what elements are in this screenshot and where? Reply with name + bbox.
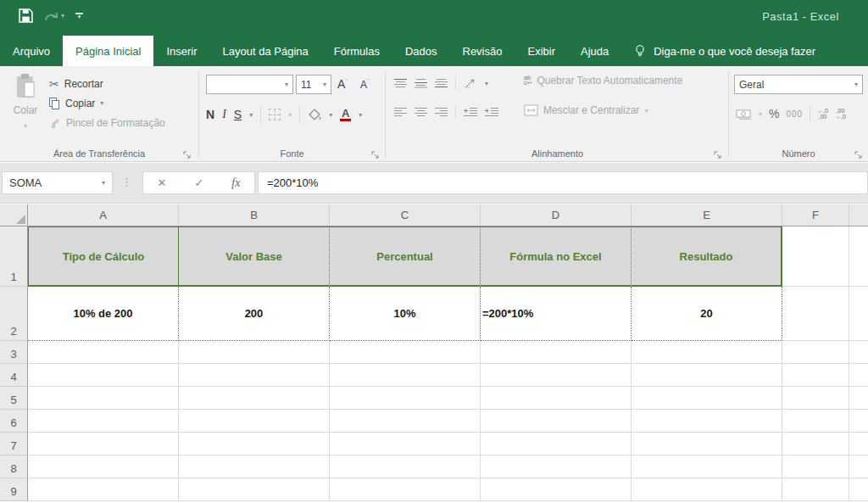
row-header-2[interactable]: 2: [0, 287, 28, 341]
column-header-E[interactable]: E: [632, 204, 782, 226]
cell-G2[interactable]: [849, 287, 868, 341]
tab-layout-da-pagina[interactable]: Layout da Página: [210, 36, 321, 66]
align-left-button[interactable]: [394, 107, 407, 117]
cell[interactable]: [782, 364, 849, 387]
redo-button[interactable]: ▾: [44, 10, 64, 22]
paste-button[interactable]: Colar ▾: [7, 73, 44, 137]
row-header-8[interactable]: 8: [0, 455, 28, 478]
row-header-1[interactable]: 1: [0, 226, 28, 287]
tab-ajuda[interactable]: Ajuda: [568, 36, 621, 66]
cell[interactable]: [179, 364, 330, 387]
cell[interactable]: [481, 341, 632, 364]
cell[interactable]: [179, 455, 330, 478]
cell[interactable]: [179, 478, 330, 501]
cell[interactable]: [28, 478, 179, 501]
cell[interactable]: [481, 410, 632, 433]
row-header-6[interactable]: 6: [0, 410, 28, 433]
cell[interactable]: [179, 387, 330, 410]
column-header-A[interactable]: A: [28, 204, 179, 226]
fill-color-button[interactable]: [308, 109, 321, 121]
cell[interactable]: [330, 387, 481, 410]
cell[interactable]: [849, 455, 868, 478]
decrease-decimal-button[interactable]: ,00→,0: [835, 108, 846, 120]
cell-G1[interactable]: [849, 226, 868, 287]
cell[interactable]: [481, 478, 632, 501]
decrease-indent-button[interactable]: [464, 107, 477, 117]
percent-style-button[interactable]: %: [769, 107, 779, 120]
formula-bar-resize-handle[interactable]: ⋮: [121, 176, 132, 188]
tab-inserir[interactable]: Inserir: [153, 36, 209, 66]
font-dialog-launcher[interactable]: [371, 148, 381, 158]
wrap-text-button[interactable]: abc↩ Quebrar Texto Automaticamente: [524, 75, 682, 87]
tab-formulas[interactable]: Fórmulas: [321, 36, 392, 66]
cell[interactable]: [782, 455, 849, 478]
cell[interactable]: [330, 433, 481, 455]
cell-A1[interactable]: Tipo de Cálculo: [28, 226, 179, 287]
increase-decimal-button[interactable]: ←,0,00: [817, 108, 828, 120]
number-format-dropdown-icon[interactable]: ▾: [854, 81, 858, 88]
cell[interactable]: [849, 433, 868, 455]
cell[interactable]: [28, 433, 179, 455]
currency-format-button[interactable]: [736, 109, 752, 120]
name-box[interactable]: SOMA ▾: [2, 171, 113, 194]
paste-dropdown-icon[interactable]: ▾: [24, 122, 27, 130]
cell[interactable]: [179, 433, 330, 455]
cell[interactable]: [330, 478, 481, 501]
cell[interactable]: [481, 433, 632, 455]
cell[interactable]: [849, 341, 868, 364]
alignment-dialog-launcher[interactable]: [714, 148, 724, 158]
cell[interactable]: [28, 455, 179, 478]
cell[interactable]: [782, 387, 849, 410]
font-name-combo[interactable]: ▾: [206, 75, 293, 94]
cell[interactable]: [632, 410, 782, 433]
enter-button[interactable]: ✓: [194, 176, 203, 189]
orientation-dropdown-icon[interactable]: ▾: [485, 80, 488, 87]
cell[interactable]: [28, 410, 179, 433]
tab-revisao[interactable]: Revisão: [450, 36, 515, 66]
cell[interactable]: [632, 478, 782, 501]
tab-exibir[interactable]: Exibir: [515, 36, 568, 66]
cell[interactable]: [28, 364, 179, 387]
cell[interactable]: [849, 387, 868, 410]
underline-dropdown-icon[interactable]: ▾: [249, 111, 253, 119]
fill-color-dropdown-icon[interactable]: ▾: [329, 111, 332, 119]
cell[interactable]: [632, 341, 782, 364]
increase-font-size-button[interactable]: Aˆ: [337, 76, 348, 92]
increase-indent-button[interactable]: [485, 107, 498, 117]
comma-style-button[interactable]: 000: [786, 109, 803, 119]
cell[interactable]: [481, 387, 632, 410]
cut-button[interactable]: ✂ Recortar: [49, 74, 165, 93]
insert-function-button[interactable]: fx: [231, 176, 240, 190]
column-header-C[interactable]: C: [330, 204, 481, 226]
underline-button[interactable]: S: [234, 108, 242, 121]
formula-input[interactable]: =200*10%: [258, 171, 868, 194]
cell[interactable]: [849, 478, 868, 501]
cell[interactable]: [632, 433, 782, 455]
tab-arquivo[interactable]: Arquivo: [0, 36, 63, 66]
cell[interactable]: [782, 433, 849, 455]
row-header-3[interactable]: 3: [0, 341, 28, 364]
cell[interactable]: [782, 410, 849, 433]
number-format-combo[interactable]: Geral ▾: [734, 75, 863, 94]
borders-button[interactable]: [269, 109, 281, 120]
cell[interactable]: [632, 387, 782, 410]
font-size-combo[interactable]: 11 ▾: [296, 75, 331, 94]
column-header-B[interactable]: B: [179, 204, 330, 226]
cell-B2[interactable]: 200: [179, 287, 330, 341]
cell-C1[interactable]: Percentual: [330, 226, 481, 287]
cell-A2[interactable]: 10% de 200: [28, 287, 179, 341]
cell-E1[interactable]: Resultado: [632, 226, 782, 287]
orientation-button[interactable]: [464, 78, 477, 89]
cell-F2[interactable]: [782, 287, 849, 341]
customize-quick-access-button[interactable]: ▾: [75, 13, 83, 20]
clipboard-dialog-launcher[interactable]: [183, 148, 193, 158]
save-button[interactable]: [19, 8, 33, 23]
align-right-button[interactable]: [435, 107, 448, 117]
cell[interactable]: [330, 455, 481, 478]
redo-dropdown-icon[interactable]: ▾: [61, 12, 64, 20]
font-name-dropdown-icon[interactable]: ▾: [285, 81, 288, 88]
cell-D2[interactable]: =200*10%: [481, 287, 632, 341]
cell[interactable]: [782, 478, 849, 501]
format-painter-button[interactable]: Pincel de Formatação: [49, 113, 165, 132]
cell-E2[interactable]: 20: [632, 287, 782, 341]
